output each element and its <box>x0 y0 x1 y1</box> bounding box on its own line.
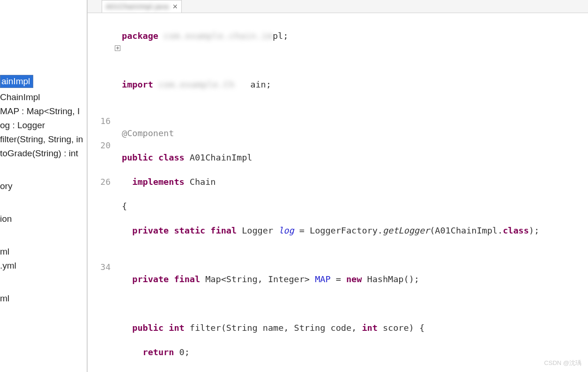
fold-gutter: + <box>113 13 122 372</box>
outline-item[interactable]: og : Logger <box>0 118 87 132</box>
outline-item[interactable]: toGrade(String) : int <box>0 146 87 160</box>
tab-title: A01ChainImpl.java <box>106 3 169 10</box>
outline-item[interactable]: ml <box>0 292 87 306</box>
code-container: 16 20 26 34 + package com.example.chain.… <box>88 13 588 372</box>
outline-item[interactable]: .yml <box>0 259 87 273</box>
line-number-gutter: 16 20 26 34 <box>88 13 113 372</box>
outline-item[interactable]: MAP : Map<String, I <box>0 104 87 118</box>
outline-item-selected[interactable]: ainImpl <box>0 75 33 88</box>
tab-bar: A01ChainImpl.java × <box>88 0 588 13</box>
outline-item[interactable]: ml <box>0 245 87 259</box>
close-icon[interactable]: × <box>173 2 178 11</box>
editor-area: A01ChainImpl.java × 16 20 26 34 <box>87 0 588 372</box>
outline-item[interactable]: ion <box>0 212 87 226</box>
code-editor[interactable]: package com.example.chain.impl; import c… <box>122 13 588 372</box>
outline-item[interactable]: ChainImpl <box>0 90 87 104</box>
editor-tab[interactable]: A01ChainImpl.java × <box>102 0 182 13</box>
watermark: CSDN @沈瑀 <box>544 359 581 367</box>
outline-sidebar: ainImpl ChainImpl MAP : Map<String, I og… <box>0 0 87 372</box>
outline-item[interactable]: filter(String, String, in <box>0 132 87 146</box>
outline-item[interactable]: ory <box>0 179 87 193</box>
expand-icon[interactable]: + <box>115 45 120 51</box>
